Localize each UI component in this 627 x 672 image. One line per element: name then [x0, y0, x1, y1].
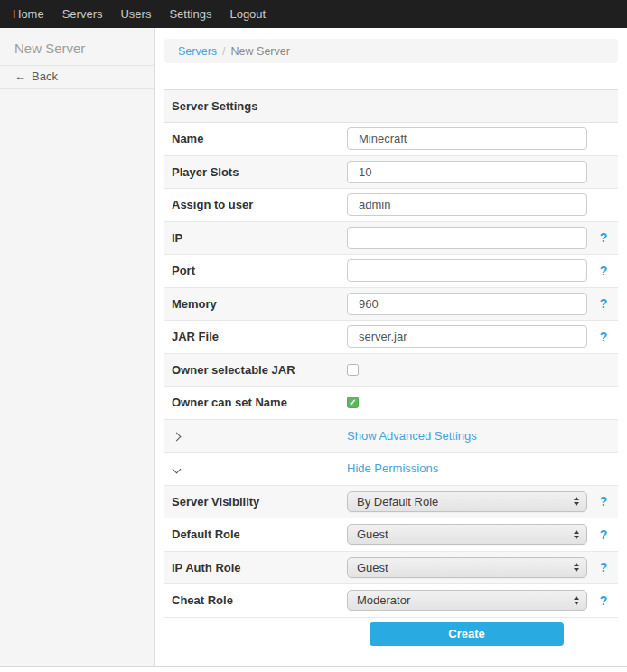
form-row-owner-can-set-name: Owner can set Name ✓ — [164, 387, 618, 420]
owner-selectable-jar-label: Owner selectable JAR — [172, 363, 347, 377]
form-row-player-slots: Player Slots — [164, 156, 618, 190]
port-label: Port — [172, 264, 347, 277]
owner-can-set-name-checkbox[interactable]: ✓ — [347, 397, 359, 408]
player-slots-input[interactable] — [347, 161, 587, 183]
form-row-advanced-toggle: Show Advanced Settings — [164, 420, 618, 453]
name-label: Name — [172, 132, 347, 145]
hide-permissions-link[interactable]: Hide Permissions — [347, 462, 438, 475]
ip-help-icon[interactable]: ? — [596, 230, 611, 245]
chevron-down-icon — [173, 465, 182, 474]
owner-selectable-jar-checkbox[interactable]: ✓ — [347, 364, 359, 376]
select-arrows-icon — [574, 596, 579, 605]
show-advanced-settings-link[interactable]: Show Advanced Settings — [347, 429, 477, 443]
main-content: Servers / New Server Server Settings Nam… — [155, 28, 627, 666]
form-footer: Create — [164, 618, 618, 660]
name-input[interactable] — [347, 127, 587, 150]
cheat-role-label: Cheat Role — [172, 593, 347, 607]
sidebar: New Server ← Back — [0, 28, 155, 666]
back-button[interactable]: ← Back — [0, 66, 154, 89]
ip-auth-role-help-icon[interactable]: ? — [596, 560, 611, 574]
memory-label: Memory — [172, 297, 347, 311]
port-input[interactable] — [347, 259, 587, 282]
breadcrumb-servers-link[interactable]: Servers — [178, 45, 217, 58]
server-visibility-select[interactable]: By Default Role — [347, 491, 587, 512]
selected-value: Moderator — [357, 593, 574, 607]
server-visibility-help-icon[interactable]: ? — [596, 494, 611, 509]
nav-item-users[interactable]: Users — [111, 0, 160, 28]
player-slots-label: Player Slots — [172, 165, 347, 179]
create-button[interactable]: Create — [370, 622, 564, 646]
form-row-cheat-role: Cheat Role Moderator ? — [164, 584, 618, 618]
ip-auth-role-label: IP Auth Role — [172, 561, 347, 574]
assign-to-user-input[interactable] — [347, 193, 587, 216]
nav-item-settings[interactable]: Settings — [160, 0, 220, 28]
check-icon: ✓ — [349, 398, 356, 407]
select-arrows-icon — [574, 497, 579, 506]
jar-file-input[interactable] — [347, 325, 587, 348]
sidebar-page-title: New Server — [0, 28, 154, 66]
top-navbar: Home Servers Users Settings Logout — [0, 0, 627, 28]
default-role-label: Default Role — [172, 527, 347, 541]
select-arrows-icon — [574, 563, 579, 572]
breadcrumb-separator: / — [222, 45, 225, 58]
form-row-memory: Memory ? — [164, 288, 618, 322]
default-role-select[interactable]: Guest — [347, 524, 587, 545]
form-row-name: Name — [164, 123, 618, 156]
cheat-role-select[interactable]: Moderator — [347, 590, 587, 611]
form-row-default-role: Default Role Guest ? — [164, 518, 618, 552]
chevron-right-icon — [173, 432, 182, 441]
nav-item-home[interactable]: Home — [4, 0, 53, 28]
memory-input[interactable] — [347, 293, 587, 315]
cheat-role-help-icon[interactable]: ? — [596, 593, 611, 608]
form-row-ip: IP ? — [164, 222, 618, 256]
selected-value: Guest — [357, 527, 574, 541]
ip-label: IP — [172, 231, 347, 245]
selected-value: Guest — [357, 561, 574, 574]
form-row-assign-to-user: Assign to user — [164, 189, 618, 222]
owner-can-set-name-label: Owner can set Name — [172, 396, 347, 409]
breadcrumb: Servers / New Server — [164, 39, 618, 63]
select-arrows-icon — [574, 530, 579, 539]
nav-item-servers[interactable]: Servers — [53, 0, 112, 28]
form-row-server-visibility: Server Visibility By Default Role ? — [164, 486, 618, 519]
form-row-port: Port ? — [164, 255, 618, 288]
form-row-permissions-toggle: Hide Permissions — [164, 453, 618, 486]
nav-item-logout[interactable]: Logout — [220, 0, 275, 28]
jar-file-help-icon[interactable]: ? — [596, 330, 611, 344]
ip-input[interactable] — [347, 227, 587, 249]
page-body: New Server ← Back Servers / New Server S… — [0, 28, 627, 667]
jar-file-label: JAR File — [172, 330, 347, 343]
server-settings-panel: Server Settings Name Player Slots Assign… — [164, 89, 618, 660]
assign-to-user-label: Assign to user — [172, 198, 347, 211]
panel-title: Server Settings — [164, 90, 618, 123]
form-row-jar-file: JAR File ? — [164, 321, 618, 354]
back-label: Back — [32, 70, 58, 83]
port-help-icon[interactable]: ? — [596, 264, 611, 278]
form-row-ip-auth-role: IP Auth Role Guest ? — [164, 552, 618, 585]
ip-auth-role-select[interactable]: Guest — [347, 557, 587, 578]
server-visibility-label: Server Visibility — [172, 495, 347, 509]
default-role-help-icon[interactable]: ? — [596, 527, 611, 542]
form-row-owner-selectable-jar: Owner selectable JAR ✓ — [164, 354, 618, 387]
back-arrow-icon: ← — [14, 70, 26, 83]
memory-help-icon[interactable]: ? — [596, 296, 611, 311]
selected-value: By Default Role — [357, 495, 574, 509]
breadcrumb-current: New Server — [231, 45, 290, 58]
